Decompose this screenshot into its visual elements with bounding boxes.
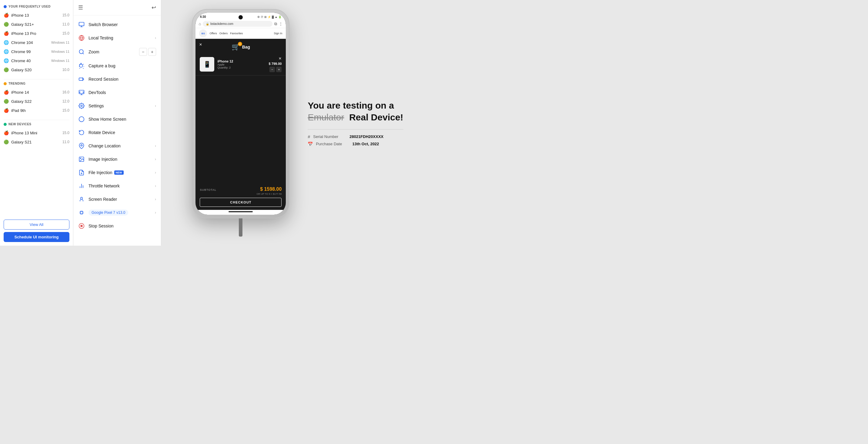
- chevron-right-icon: ›: [155, 104, 156, 108]
- device-item-iphone14[interactable]: 🍎 iPhone 14 16.0: [4, 88, 69, 97]
- phone-screen: 4:30 ⚙ ⏱ ⊞ ⚡ ▓ ▲ 🔋 ⌂: [195, 13, 286, 215]
- menu-item-capture-bug[interactable]: Capture a bug: [73, 59, 161, 72]
- menu-item-devtools[interactable]: DevTools: [73, 86, 161, 99]
- menu-item-local-testing[interactable]: Local Testing ›: [73, 31, 161, 45]
- home-nav-icon[interactable]: ⌂: [198, 22, 201, 26]
- svg-rect-0: [79, 23, 84, 26]
- menu-item-settings[interactable]: Settings ›: [73, 99, 161, 113]
- svg-marker-4: [83, 78, 84, 80]
- bag-item-info: iPhone 12 Apple Quantity: 2: [217, 59, 266, 69]
- nav-favourites[interactable]: Favourites: [230, 32, 243, 35]
- menu-item-screen-reader[interactable]: Screen Reader ›: [73, 193, 161, 206]
- status-time: 4:30: [200, 15, 206, 19]
- home-indicator: [195, 210, 286, 215]
- menu-item-record-session[interactable]: Record Session: [73, 72, 161, 86]
- device-item-galaxy-s20[interactable]: 🟢 Galaxy S20 10.0: [4, 65, 69, 74]
- section-dot-frequently-used: [4, 5, 7, 8]
- serial-icon: #: [308, 135, 310, 139]
- device-item-chrome40[interactable]: 🌐 Chrome 40 Windows 11: [4, 56, 69, 65]
- menu-item-zoom[interactable]: Zoom − +: [73, 45, 161, 59]
- device-item-galaxy-s22[interactable]: 🟢 Galaxy S22 12.0: [4, 97, 69, 106]
- bag-title: Bag: [242, 45, 250, 50]
- network-icon: [78, 35, 85, 41]
- info-meta: # Serial Number 28021FDH20XXXX 📅 Purchas…: [308, 135, 383, 147]
- rotate-icon: [78, 129, 85, 136]
- device-item-ipad9[interactable]: 🍎 iPad 9th 15.0: [4, 106, 69, 115]
- divider-2: [4, 120, 69, 120]
- checkout-button[interactable]: CHECKOUT: [200, 198, 282, 207]
- menu-item-file-injection[interactable]: File Injection NEW ›: [73, 166, 161, 179]
- menu-item-switch-browser[interactable]: Switch Browser: [73, 18, 161, 31]
- device-item-chrome104[interactable]: 🌐 Chrome 104 Windows 11: [4, 38, 69, 47]
- section-title-trending: TRENDING: [4, 82, 69, 85]
- local-testing-label: Local Testing: [89, 35, 113, 40]
- qty-increase-button[interactable]: +: [276, 67, 282, 72]
- remove-item-button[interactable]: ✕: [269, 56, 282, 61]
- device-item-galaxy-s21[interactable]: 🟢 Galaxy S21 11.0: [4, 138, 69, 147]
- svg-point-8: [81, 145, 83, 146]
- nav-signin[interactable]: Sign In: [274, 32, 282, 35]
- phone-mockup-wrap: 4:30 ⚙ ⏱ ⊞ ⚡ ▓ ▲ 🔋 ⌂: [192, 9, 289, 237]
- capture-bug-label: Capture a bug: [89, 63, 116, 68]
- chevron-right-icon: ›: [155, 157, 156, 161]
- menu-item-device-chip[interactable]: Google Pixel 7 v13.0 ›: [73, 206, 161, 219]
- chevron-right-icon: ›: [155, 36, 156, 40]
- serial-label: Serial Number: [313, 135, 346, 139]
- device-chip-version: v13.0: [116, 210, 125, 215]
- serial-value: 28021FDH20XXXX: [349, 135, 383, 139]
- subtotal-label: SUBTOTAL: [200, 188, 216, 191]
- apple-icon: 🍎: [4, 108, 9, 113]
- view-all-button[interactable]: View All: [4, 219, 69, 230]
- device-chip-name: Google Pixel 7: [92, 210, 115, 215]
- settings-icon: [78, 102, 85, 109]
- android-icon: 🟢: [4, 99, 9, 104]
- back-arrow-icon[interactable]: ↩: [152, 4, 156, 11]
- phone-inner: 4:30 ⚙ ⏱ ⊞ ⚡ ▓ ▲ 🔋 ⌂: [195, 13, 286, 215]
- zoom-plus-button[interactable]: +: [148, 48, 156, 56]
- svg-point-10: [80, 158, 81, 159]
- nav-offers[interactable]: Offers: [210, 32, 217, 35]
- url-bar[interactable]: 🔒 bstackdemo.com: [203, 21, 273, 27]
- calendar-icon: 📅: [308, 142, 313, 147]
- device-item-iphone13pro[interactable]: 🍎 iPhone 13 Pro 15.0: [4, 29, 69, 38]
- menu-item-stop-session[interactable]: Stop Session: [73, 219, 161, 233]
- device-item-chrome99[interactable]: 🌐 Chrome 99 Windows 11: [4, 47, 69, 56]
- bag-item-iphone12: 📱 iPhone 12 Apple Quantity: 2 ✕ $ 799.00: [195, 53, 286, 76]
- info-headline-line2: Real Device!: [349, 112, 403, 122]
- menu-header: ☰ ↩: [73, 4, 161, 16]
- section-new-devices: NEW DEVICES 🍎 iPhone 13 Mini 15.0 🟢 Gala…: [0, 122, 73, 147]
- screen-icon: ⊞: [264, 16, 267, 19]
- schedule-monitoring-button[interactable]: Schedule UI monitoring: [4, 232, 69, 242]
- bag-close-button[interactable]: ✕: [199, 42, 202, 47]
- device-item-iphone13[interactable]: 🍎 iPhone 13 15.0: [4, 10, 69, 20]
- section-title-new-devices: NEW DEVICES: [4, 122, 69, 126]
- tabs-icon[interactable]: ⧉: [274, 22, 277, 26]
- record-session-label: Record Session: [89, 77, 119, 82]
- site-logo: BS: [199, 29, 207, 37]
- device-item-galaxy-s21plus[interactable]: 🟢 Galaxy S21+ 11.0: [4, 20, 69, 29]
- device-item-iphone13mini[interactable]: 🍎 iPhone 13 Mini 15.0: [4, 128, 69, 138]
- chevron-right-icon: ›: [155, 197, 156, 201]
- nav-orders[interactable]: Orders: [219, 32, 228, 35]
- menu-item-rotate[interactable]: Rotate Device: [73, 126, 161, 139]
- subtotal-value: $ 1598.00: [260, 186, 282, 192]
- menu-item-change-location[interactable]: Change Location ›: [73, 139, 161, 152]
- menu-item-image-injection[interactable]: Image Injection ›: [73, 152, 161, 166]
- battery-icon: 🔋: [278, 16, 282, 19]
- purchase-value: 13th Oct, 2022: [352, 142, 379, 146]
- file-icon: [78, 169, 85, 176]
- menu-item-show-home[interactable]: Show Home Screen: [73, 113, 161, 126]
- qty-decrease-button[interactable]: −: [270, 67, 275, 72]
- more-icon[interactable]: ⋮: [279, 22, 283, 26]
- menu-item-throttle-network[interactable]: Throttle Network ›: [73, 179, 161, 193]
- menu-panel: ☰ ↩ Switch Browser: [73, 0, 161, 246]
- info-strikethrough: Emulator: [308, 112, 344, 122]
- home-icon: [78, 116, 85, 122]
- zoom-icon: [78, 49, 85, 55]
- svg-point-7: [79, 117, 84, 122]
- svg-point-2: [80, 50, 83, 54]
- zoom-minus-button[interactable]: −: [139, 48, 147, 56]
- section-dot-new: [4, 123, 7, 126]
- apple-icon: 🍎: [4, 13, 9, 18]
- hamburger-icon[interactable]: ☰: [78, 4, 83, 11]
